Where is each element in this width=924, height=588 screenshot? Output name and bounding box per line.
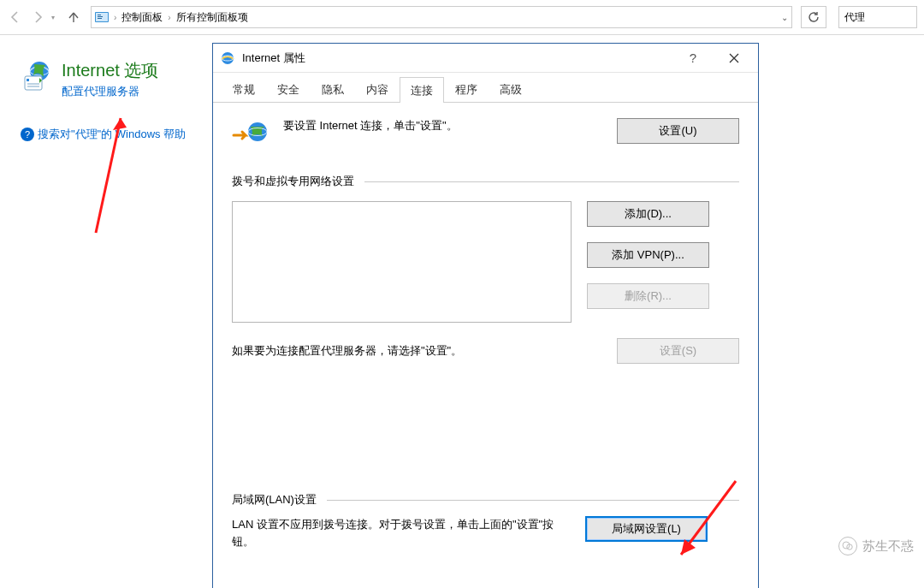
divider [327, 500, 739, 501]
tab-programs[interactable]: 程序 [444, 76, 489, 102]
watermark: 苏生不惑 [838, 537, 914, 555]
dialog-tabs: 常规 安全 隐私 内容 连接 程序 高级 [213, 76, 758, 103]
add-button[interactable]: 添加(D)... [587, 201, 709, 227]
tab-security[interactable]: 安全 [266, 76, 311, 102]
address-drop-icon[interactable]: ⌄ [781, 13, 788, 22]
proxy-config-note: 如果要为连接配置代理服务器，请选择"设置"。 [232, 343, 617, 359]
lan-description: LAN 设置不应用到拨号连接。对于拨号设置，单击上面的"设置"按钮。 [232, 516, 570, 549]
svg-point-17 [843, 542, 850, 549]
setup-button[interactable]: 设置(U) [617, 118, 739, 144]
help-icon: ? [21, 128, 34, 141]
connection-setup-text: 要设置 Internet 连接，单击"设置"。 [275, 118, 617, 134]
internet-options-item[interactable]: Internet 选项 配置代理服务器 [21, 59, 217, 99]
search-box[interactable]: 代理 [838, 6, 917, 28]
ie-icon [220, 50, 235, 66]
help-button[interactable]: ? [676, 46, 710, 70]
tab-privacy[interactable]: 隐私 [311, 76, 355, 102]
svg-rect-8 [27, 79, 29, 81]
control-panel-icon [95, 10, 109, 24]
breadcrumb-control-panel[interactable]: 控制面板 [121, 10, 163, 25]
close-button[interactable] [717, 46, 751, 70]
help-link-text: 搜索对"代理"的 Windows 帮助 [38, 127, 186, 142]
dialup-section-header: 拨号和虚拟专用网络设置 [232, 174, 354, 189]
internet-options-title: Internet 选项 [62, 59, 158, 82]
internet-properties-dialog: Internet 属性 ? 常规 安全 隐私 内容 连接 程序 高级 要设置 I… [212, 43, 759, 588]
wechat-icon [838, 537, 857, 555]
explorer-address-bar: ▾ › 控制面板 › 所有控制面板项 ⌄ 代理 [0, 0, 924, 35]
tab-general[interactable]: 常规 [222, 76, 266, 102]
watermark-text: 苏生不惑 [862, 538, 914, 555]
internet-options-icon [21, 59, 55, 96]
remove-button: 删除(R)... [587, 283, 709, 309]
refresh-button[interactable] [801, 6, 826, 28]
dialog-title: Internet 属性 [242, 50, 669, 66]
breadcrumb-all-items[interactable]: 所有控制面板项 [176, 10, 248, 25]
svg-rect-3 [98, 16, 103, 17]
history-drop-icon[interactable]: ▾ [51, 14, 60, 21]
svg-rect-2 [98, 15, 101, 15]
tab-advanced[interactable]: 高级 [489, 76, 533, 102]
lan-section-header: 局域网(LAN)设置 [232, 492, 317, 508]
search-text: 代理 [844, 10, 865, 25]
crumb-sep-icon: › [166, 13, 172, 22]
svg-rect-4 [98, 18, 102, 19]
configure-proxy-link[interactable]: 配置代理服务器 [62, 84, 158, 99]
dialup-list[interactable] [232, 201, 572, 323]
add-vpn-button[interactable]: 添加 VPN(P)... [587, 242, 709, 268]
crumb-sep-icon: › [112, 13, 118, 22]
forward-icon[interactable] [29, 9, 46, 26]
up-icon[interactable] [65, 9, 82, 26]
tab-content[interactable]: 内容 [355, 76, 400, 102]
settings-button: 设置(S) [617, 338, 739, 364]
address-box[interactable]: › 控制面板 › 所有控制面板项 ⌄ [91, 6, 792, 28]
lan-settings-button[interactable]: 局域网设置(L) [585, 516, 708, 542]
divider [364, 181, 739, 182]
dialog-titlebar: Internet 属性 ? [213, 44, 758, 73]
back-icon[interactable] [7, 9, 24, 26]
tab-connections[interactable]: 连接 [400, 77, 444, 103]
windows-help-link[interactable]: ? 搜索对"代理"的 Windows 帮助 [21, 127, 217, 142]
connection-wizard-icon [232, 118, 275, 151]
